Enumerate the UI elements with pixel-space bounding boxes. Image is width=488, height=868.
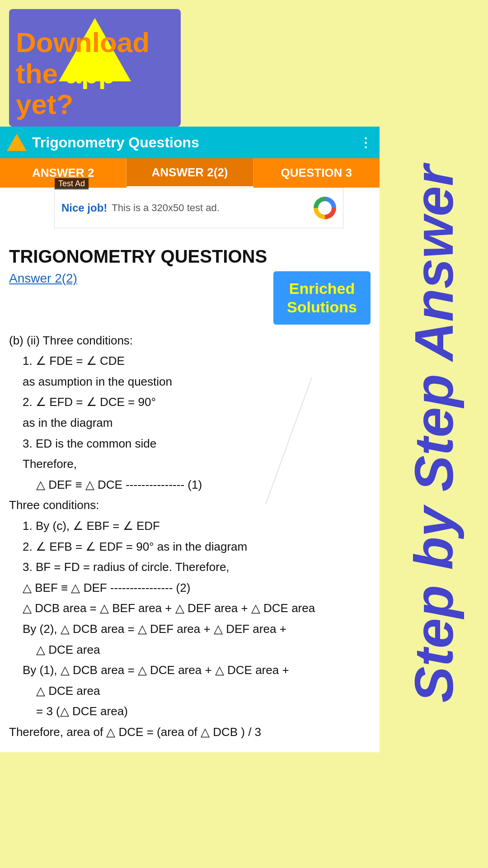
- app-bar-triangle-icon: [7, 134, 27, 151]
- ad-label: Test Ad: [55, 178, 89, 189]
- solution-line-6: Therefore,: [23, 455, 371, 474]
- app-bar: Trigonometry Questions ⋮: [0, 127, 380, 158]
- answer-link[interactable]: Answer 2(2): [9, 271, 77, 286]
- solution-line-14: By (2), △ DCB area = △ DEF area + △ DEF …: [23, 620, 371, 639]
- solution-line-18: = 3 (△ DCE area): [36, 702, 371, 721]
- top-banner: Download the app yet?: [0, 0, 488, 127]
- ad-logo-inner: [318, 201, 332, 215]
- tab-answer2-2[interactable]: ANSWER 2(2): [127, 158, 253, 188]
- solution-line-4: as in the diagram: [23, 414, 371, 433]
- app-bar-title: Trigonometry Questions: [32, 134, 354, 151]
- solution-line-19: Therefore, area of △ DCE = (area of △ DC…: [9, 723, 371, 742]
- promo-box: Download the app yet?: [9, 9, 181, 127]
- solution-line-7: △ DEF ≡ △ DCE --------------- (1): [36, 476, 371, 495]
- solution-line-8: Three conditions:: [9, 496, 371, 515]
- solution-line-11: 3. BF = FD = radius of circle. Therefore…: [23, 558, 371, 577]
- solution-line-15: △ DCE area: [36, 641, 371, 660]
- solution-line-5: 3. ED is the common side: [23, 434, 371, 453]
- solution-line-17: △ DCE area: [36, 682, 371, 701]
- enriched-solutions-text: Enriched Solutions: [287, 279, 357, 316]
- solution-line-16: By (1), △ DCB area = △ DCE area + △ DCE …: [23, 661, 371, 680]
- solution-line-2: as asumption in the question: [23, 373, 371, 392]
- ad-nice-job: Nice job!: [61, 202, 107, 214]
- tab-question3[interactable]: QUESTION 3: [253, 158, 380, 188]
- vertical-side-text: Step by Step Answer: [380, 0, 488, 868]
- download-text-block: Download the app yet?: [9, 23, 181, 127]
- solution-line-9: 1. By (c), ∠ EBF = ∠ EDF: [23, 517, 371, 536]
- answer-link-row: Answer 2(2) Enriched Solutions: [9, 271, 371, 325]
- main-content: Trigonometry Questions ⋮ ANSWER 2 ANSWER…: [0, 127, 380, 752]
- content-body: TRIGONOMETRY QUESTIONS Answer 2(2) Enric…: [0, 237, 380, 752]
- ad-banner: Test Ad Nice job! This is a 320x50 test …: [54, 188, 343, 228]
- ad-text: This is a 320x50 test ad.: [112, 202, 309, 214]
- solution-line-3: 2. ∠ EFD = ∠ DCE = 90°: [23, 393, 371, 412]
- download-line1: Download: [16, 27, 174, 58]
- app-bar-menu-icon[interactable]: ⋮: [359, 135, 373, 150]
- ad-logo-icon: [314, 197, 336, 219]
- solution-line-1: 1. ∠ FDE = ∠ CDE: [23, 352, 371, 371]
- download-line2: the app yet?: [16, 58, 174, 120]
- solution-line-10: 2. ∠ EFB = ∠ EDF = 90° as in the diagram: [23, 538, 371, 557]
- content-title: TRIGONOMETRY QUESTIONS: [9, 246, 371, 267]
- solution-text: (b) (ii) Three conditions: 1. ∠ FDE = ∠ …: [9, 331, 371, 742]
- solution-line-0: (b) (ii) Three conditions:: [9, 331, 371, 350]
- vertical-text-label: Step by Step Answer: [407, 165, 461, 703]
- enriched-solutions-button[interactable]: Enriched Solutions: [273, 271, 371, 325]
- solution-line-12: △ BEF ≡ △ DEF ---------------- (2): [23, 579, 371, 598]
- solution-line-13: △ DCB area = △ BEF area + △ DEF area + △…: [23, 599, 371, 618]
